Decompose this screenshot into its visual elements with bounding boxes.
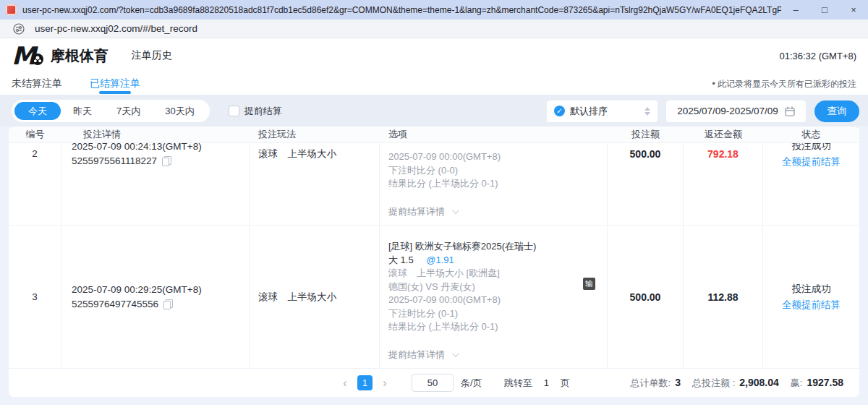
lose-badge: 输 xyxy=(583,278,595,290)
range-yesterday-button[interactable]: 昨天 xyxy=(61,102,104,120)
bet-amount: 500.00 xyxy=(608,226,684,368)
payout-amount: 112.88 xyxy=(684,226,763,368)
jump-to-label: 跳转至 xyxy=(504,377,532,390)
col-header-no: 编号 xyxy=(9,128,61,141)
full-early-settle-link[interactable]: 全额提前结算 xyxy=(782,299,841,312)
copy-icon[interactable] xyxy=(163,299,173,309)
win-label: 赢: xyxy=(791,377,803,390)
play-type: 滚球 上半场大小 xyxy=(250,226,380,368)
current-page-button[interactable]: 1 xyxy=(357,375,373,390)
date-range-value: 2025/07/09-2025/07/09 xyxy=(677,106,778,116)
page-background-strip xyxy=(0,397,868,405)
check-circle-icon: ✓ xyxy=(554,106,565,116)
match-time: 2025-07-09 00:00(GMT+8) xyxy=(388,294,598,307)
chevron-down-icon xyxy=(452,350,459,357)
sort-selected-value: 默认排序 xyxy=(570,105,639,118)
page-bottom-area xyxy=(0,405,868,415)
status-cell: 投注成功 全额提前结算 xyxy=(763,143,859,225)
match-time: 2025-07-09 00:00(GMT+8) xyxy=(388,150,598,164)
score-at-bet: 下注时比分 (0-1) xyxy=(388,307,598,321)
table-row: 3 2025-07-09 00:29:25(GMT+8) 52559764977… xyxy=(9,226,859,369)
early-settle-detail-link[interactable]: 提前结算详情 xyxy=(388,348,598,362)
close-button[interactable]: × xyxy=(839,0,868,20)
col-header-payout: 返还金额 xyxy=(684,128,763,141)
early-settle-filter[interactable]: 提前结算 xyxy=(229,105,282,118)
total-count-value: 3 xyxy=(675,377,681,388)
window-title-url: user-pc-new.xxqj02.com/?token=cdb3a9689f… xyxy=(22,5,781,15)
bet-time: 2025-07-09 00:24:13(GMT+8) xyxy=(72,143,249,154)
page-size-input[interactable] xyxy=(412,374,454,392)
jump-page-value[interactable]: 1 xyxy=(544,377,549,388)
browser-address-bar: user-pc-new.xxqj02.com/#/bet_record xyxy=(0,20,868,38)
logo-m-glyph: M xyxy=(12,45,35,67)
table-header-row: 编号 投注详情 投注玩法 选项 投注额 返还金额 状态 xyxy=(9,127,859,143)
bet-id: 5255975561118227 xyxy=(72,154,157,168)
status-cell: 投注成功 全额提前结算 xyxy=(763,226,859,368)
table-body-viewport[interactable]: 2 2025-07-09 00:24:13(GMT+8) 52559755611… xyxy=(9,143,859,369)
maximize-button[interactable]: □ xyxy=(810,0,839,20)
site-settings-icon[interactable] xyxy=(13,23,25,35)
next-page-button[interactable]: › xyxy=(375,377,394,390)
chevron-down-icon xyxy=(452,207,459,214)
app-icon xyxy=(6,4,17,15)
col-header-play: 投注玩法 xyxy=(250,128,380,141)
pagination: ‹ 1 › 条/页 跳转至 1 页 xyxy=(336,374,570,392)
league-name: [足球] 欧洲女子锦标赛2025(在瑞士) xyxy=(388,240,598,254)
bet-id: 5255976497745556 xyxy=(72,297,158,312)
copy-icon[interactable] xyxy=(162,156,171,166)
table-footer: ‹ 1 › 条/页 跳转至 1 页 总计单数: 3 总投注额 : 2,908.0… xyxy=(9,369,859,397)
bet-amount: 500.00 xyxy=(608,143,684,225)
payout-notice: • 此记录将显示今天所有已派彩的投注 xyxy=(712,78,856,90)
col-header-detail: 投注详情 xyxy=(61,128,250,141)
play-type: 滚球 上半场大小 xyxy=(250,143,380,225)
query-button[interactable]: 查询 xyxy=(814,100,859,122)
tab-unsettled[interactable]: 未结算注单 xyxy=(12,73,62,95)
range-today-button[interactable]: 今天 xyxy=(14,102,61,120)
total-stake-label: 总投注额 : xyxy=(692,377,735,390)
page-title: 注单历史 xyxy=(132,49,172,62)
total-count-label: 总计单数: xyxy=(631,377,671,390)
result-score: 结果比分 (上半场比分 0-1) xyxy=(388,320,598,334)
full-early-settle-link[interactable]: 全额提前结算 xyxy=(782,155,841,168)
bet-detail-cell: 2025-07-09 00:29:25(GMT+8) 5255976497745… xyxy=(61,226,250,368)
range-30days-button[interactable]: 30天内 xyxy=(153,102,206,120)
col-header-options: 选项 xyxy=(380,128,608,141)
early-settle-label: 提前结算 xyxy=(244,105,282,118)
page-unit-label: 页 xyxy=(561,377,570,390)
calendar-icon xyxy=(785,106,795,116)
win-value: 1927.58 xyxy=(807,377,843,388)
bet-odds: @1.91 xyxy=(426,254,454,265)
status-text: 投注成功 xyxy=(792,143,831,153)
date-range-picker[interactable]: 2025/07/09-2025/07/09 xyxy=(666,100,806,122)
market-type: 滚球 上半场大小 [欧洲盘] xyxy=(388,267,598,281)
per-page-label: 条/页 xyxy=(461,377,482,390)
date-range-segmented-control: 今天 昨天 7天内 30天内 xyxy=(12,100,210,122)
early-settle-checkbox[interactable] xyxy=(229,106,239,116)
address-url[interactable]: user-pc-new.xxqj02.com/#/bet_record xyxy=(35,23,197,34)
total-stake-value: 2,908.04 xyxy=(739,377,779,388)
tabs-bar: 未结算注单 已结算注单 • 此记录将显示今天所有已派彩的投注 xyxy=(0,73,868,95)
minimize-button[interactable]: – xyxy=(781,0,810,20)
col-header-status: 状态 xyxy=(763,128,859,141)
row-number: 3 xyxy=(9,226,61,368)
sort-arrows-icon xyxy=(644,107,650,116)
payout-amount: 792.18 xyxy=(684,143,763,225)
tab-settled[interactable]: 已结算注单 xyxy=(90,73,140,95)
options-cell: 2025-07-09 00:00(GMT+8) 下注时比分 (0-0) 结果比分… xyxy=(380,143,608,225)
status-text: 投注成功 xyxy=(792,283,831,296)
summary-totals: 总计单数: 3 总投注额 : 2,908.04 赢: 1927.58 xyxy=(631,377,843,390)
prev-page-button[interactable]: ‹ xyxy=(336,377,354,390)
browser-title-bar: user-pc-new.xxqj02.com/?token=cdb3a9689f… xyxy=(0,0,868,20)
row-number: 2 xyxy=(9,143,61,225)
app-header: M 摩根体育 注单历史 01:36:32 (GMT+8) xyxy=(0,38,868,73)
scrolled-out-content xyxy=(388,143,598,150)
bet-detail-cell: 2025-07-09 00:24:13(GMT+8) 5255975561118… xyxy=(61,143,250,225)
table-row: 2 2025-07-09 00:24:13(GMT+8) 52559755611… xyxy=(9,143,859,226)
soccer-ball-icon xyxy=(32,54,43,65)
brand-logo[interactable]: M xyxy=(12,45,43,67)
options-cell: [足球] 欧洲女子锦标赛2025(在瑞士) 大 1.5 @1.91 滚球 上半场… xyxy=(380,226,608,368)
score-at-bet: 下注时比分 (0-0) xyxy=(388,164,598,178)
sort-dropdown[interactable]: ✓ 默认排序 xyxy=(547,100,658,122)
early-settle-detail-link[interactable]: 提前结算详情 xyxy=(388,205,598,219)
range-7days-button[interactable]: 7天内 xyxy=(104,102,153,120)
